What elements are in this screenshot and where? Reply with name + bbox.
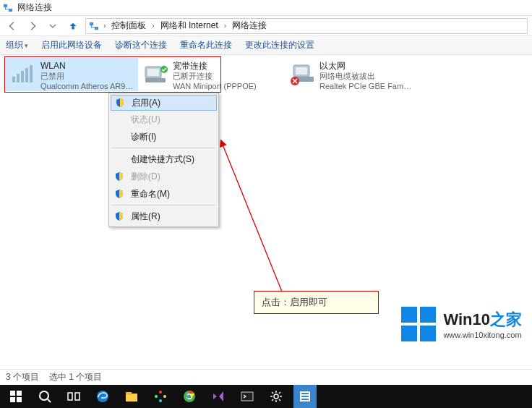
svg-point-33 xyxy=(155,395,158,398)
context-menu-separator xyxy=(112,205,215,205)
svg-rect-50 xyxy=(301,399,309,400)
taskbar-visualstudio-icon[interactable] xyxy=(207,385,230,408)
status-item-count: 3 个项目 xyxy=(6,371,39,383)
title-network-icon xyxy=(3,3,13,13)
svg-rect-10 xyxy=(147,69,159,76)
breadcrumb-item[interactable]: 网络和 Internet xyxy=(159,20,220,32)
taskbar-explorer-icon[interactable] xyxy=(120,385,143,408)
context-menu-item-label: 诊断(I) xyxy=(131,131,156,143)
uac-shield-icon xyxy=(113,188,125,200)
taskbar-control-panel-active[interactable] xyxy=(293,385,317,408)
taskbar xyxy=(0,385,532,408)
svg-rect-8 xyxy=(30,65,33,82)
svg-rect-14 xyxy=(296,67,307,75)
taskbar-terminal-icon[interactable] xyxy=(236,385,259,408)
svg-rect-6 xyxy=(21,71,24,82)
toolbar-change-settings[interactable]: 更改此连接的设置 xyxy=(245,39,314,51)
toolbar-organize[interactable]: 组织 ▾ xyxy=(6,39,28,51)
svg-line-43 xyxy=(272,392,273,394)
back-button[interactable] xyxy=(4,18,20,34)
uac-shield-icon xyxy=(113,171,125,182)
svg-rect-2 xyxy=(90,22,93,25)
svg-point-22 xyxy=(40,391,48,400)
toolbar-diagnose[interactable]: 诊断这个连接 xyxy=(115,39,167,51)
uac-shield-icon xyxy=(113,211,125,222)
start-button[interactable] xyxy=(4,385,27,408)
breadcrumb-item[interactable]: 控制面板 xyxy=(110,20,147,32)
connection-adapter: WAN Miniport (PPPOE) xyxy=(173,81,257,91)
taskbar-chrome-icon[interactable] xyxy=(178,385,201,408)
window-title: 网络连接 xyxy=(17,1,52,14)
svg-rect-48 xyxy=(301,393,309,394)
svg-rect-7 xyxy=(25,68,28,82)
svg-line-17 xyxy=(221,141,282,292)
svg-rect-49 xyxy=(301,396,309,397)
watermark: Win10之家 www.win10xitong.com xyxy=(401,307,522,341)
title-bar: 网络连接 xyxy=(0,0,532,16)
toolbar-enable-device[interactable]: 启用此网络设备 xyxy=(41,39,102,51)
context-menu-item[interactable]: 启用(A) xyxy=(111,95,217,111)
svg-rect-25 xyxy=(75,393,80,400)
svg-rect-0 xyxy=(4,4,7,7)
chevron-right-icon: › xyxy=(149,22,157,30)
context-menu-item[interactable]: 创建快捷方式(S) xyxy=(111,150,217,168)
connection-broadband[interactable]: 宽带连接 已断开连接 WAN Miniport (PPPOE) xyxy=(138,58,270,91)
connection-status: 已禁用 xyxy=(40,71,134,81)
connection-ethernet[interactable]: 以太网 网络电缆被拔出 Realtek PCIe GBE Family Cont… xyxy=(285,58,417,91)
svg-rect-5 xyxy=(17,74,20,82)
svg-line-45 xyxy=(272,399,273,401)
connection-wlan[interactable]: WLAN 已禁用 Qualcomm Atheros AR9285 ... xyxy=(6,58,138,91)
svg-rect-21 xyxy=(17,397,22,402)
uac-shield-icon xyxy=(114,97,126,109)
svg-rect-28 xyxy=(126,392,132,395)
taskbar-edge-icon[interactable] xyxy=(91,385,114,408)
connection-status: 网络电缆被拔出 xyxy=(319,71,413,81)
annotation-text: 点击：启用即可 xyxy=(262,296,327,309)
breadcrumb-item[interactable]: 网络连接 xyxy=(231,20,268,32)
svg-rect-20 xyxy=(10,397,15,402)
breadcrumb[interactable]: › 控制面板 › 网络和 Internet › 网络连接 xyxy=(85,18,528,34)
context-menu-item[interactable]: 诊断(I) xyxy=(111,128,217,145)
taskbar-settings-icon[interactable] xyxy=(265,385,288,408)
command-toolbar: 组织 ▾ 启用此网络设备 诊断这个连接 重命名此连接 更改此连接的设置 xyxy=(0,36,532,55)
svg-rect-18 xyxy=(10,391,15,396)
wifi-icon xyxy=(10,61,36,87)
breadcrumb-network-icon xyxy=(89,21,99,31)
toolbar-organize-label: 组织 xyxy=(6,39,23,51)
connection-status: 已断开连接 xyxy=(173,71,257,81)
connection-adapter: Qualcomm Atheros AR9285 ... xyxy=(40,81,134,91)
watermark-url: www.win10xitong.com xyxy=(443,331,522,339)
context-menu-item[interactable]: 属性(R) xyxy=(111,208,217,225)
taskbar-app-colorwheel-icon[interactable] xyxy=(149,385,172,408)
svg-line-44 xyxy=(279,399,280,401)
taskbar-search-icon[interactable] xyxy=(33,385,56,408)
connection-name: WLAN xyxy=(40,61,134,71)
status-bar: 3 个项目 选中 1 个项目 xyxy=(0,369,532,385)
chevron-right-icon: › xyxy=(100,22,108,30)
connection-list: WLAN 已禁用 Qualcomm Atheros AR9285 ... 宽带连… xyxy=(6,58,417,91)
modem-icon xyxy=(142,61,168,87)
taskbar-taskview-icon[interactable] xyxy=(62,385,85,408)
svg-point-30 xyxy=(159,391,162,394)
context-menu: 启用(A)状态(U)诊断(I)创建快捷方式(S)删除(D)重命名(M)属性(R) xyxy=(108,93,219,227)
toolbar-rename[interactable]: 重命名此连接 xyxy=(180,39,232,51)
svg-line-23 xyxy=(48,399,51,402)
context-menu-item-label: 启用(A) xyxy=(132,97,160,109)
context-menu-item-label: 创建快捷方式(S) xyxy=(131,153,194,166)
context-menu-item[interactable]: 重命名(M) xyxy=(111,185,217,203)
forward-button[interactable] xyxy=(25,18,40,34)
context-menu-separator xyxy=(112,148,215,148)
context-menu-item-label: 状态(U) xyxy=(131,114,160,126)
chevron-right-icon: › xyxy=(221,22,229,30)
context-menu-item-label: 重命名(M) xyxy=(131,188,170,200)
svg-line-46 xyxy=(279,392,280,394)
chevron-down-icon: ▾ xyxy=(25,42,28,49)
recent-dropdown[interactable] xyxy=(45,18,61,34)
up-button[interactable] xyxy=(65,18,81,34)
connection-name: 宽带连接 xyxy=(173,61,257,71)
svg-rect-4 xyxy=(12,77,15,82)
svg-rect-24 xyxy=(68,393,72,400)
svg-rect-37 xyxy=(241,392,253,401)
status-selected-count: 选中 1 个项目 xyxy=(49,371,102,383)
context-menu-item-label: 删除(D) xyxy=(131,171,160,183)
